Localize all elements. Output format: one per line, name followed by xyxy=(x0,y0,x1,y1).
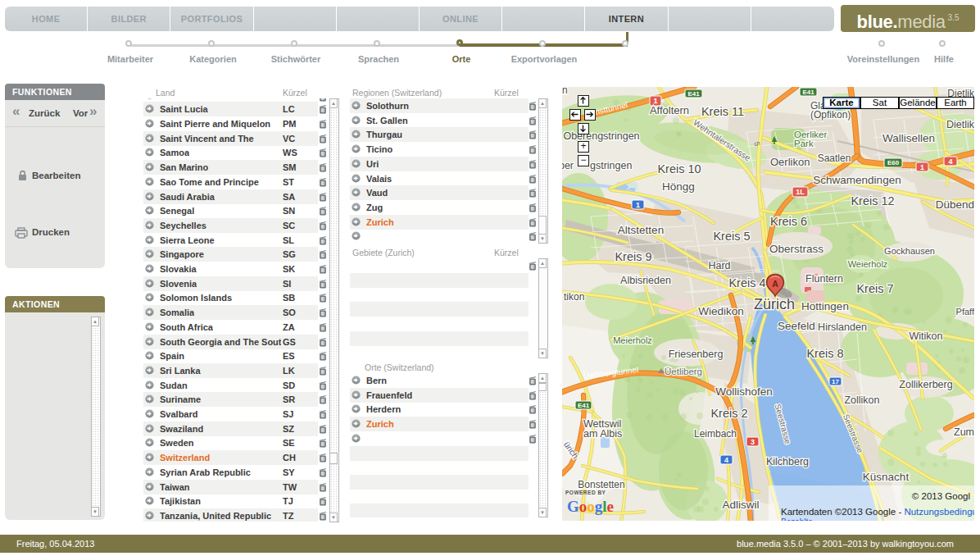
svg-text:Kreis 11: Kreis 11 xyxy=(701,105,744,118)
svg-text:Kreis 9: Kreis 9 xyxy=(615,250,651,263)
svg-text:Albisrieden: Albisrieden xyxy=(620,275,671,286)
svg-text:E60: E60 xyxy=(887,159,900,166)
svg-text:(Opfikon): (Opfikon) xyxy=(810,109,851,121)
svg-text:Zollikon: Zollikon xyxy=(844,394,879,406)
svg-text:Küsnacht: Küsnacht xyxy=(863,471,910,483)
svg-text:Witikon: Witikon xyxy=(910,330,943,342)
svg-text:Wallisellen: Wallisellen xyxy=(882,132,935,144)
svg-text:E41: E41 xyxy=(802,89,814,96)
svg-text:Friesenberg: Friesenberg xyxy=(669,349,724,360)
svg-text:E41: E41 xyxy=(578,402,590,409)
svg-text:Park: Park xyxy=(794,139,814,148)
svg-text:Fluntern: Fluntern xyxy=(805,273,843,285)
svg-text:Kreis 7: Kreis 7 xyxy=(856,282,893,295)
svg-text:Hottingen: Hottingen xyxy=(801,300,849,312)
svg-text:Kreis 4: Kreis 4 xyxy=(728,276,765,289)
svg-text:Gockhausen: Gockhausen xyxy=(884,246,935,256)
svg-text:Wiedikon: Wiedikon xyxy=(698,305,744,317)
svg-text:Dietlik: Dietlik xyxy=(946,119,974,130)
svg-text:Oberstrass: Oberstrass xyxy=(769,243,823,255)
svg-text:Kreis 2: Kreis 2 xyxy=(710,407,747,420)
svg-text:Zum: Zum xyxy=(954,426,974,438)
svg-text:Kreis 12: Kreis 12 xyxy=(851,194,894,207)
svg-text:Weierholz: Weierholz xyxy=(848,259,888,269)
svg-text:Kreis 6: Kreis 6 xyxy=(770,215,807,228)
svg-text:POWERED BY: POWERED BY xyxy=(565,490,606,495)
svg-text:Kreis 5: Kreis 5 xyxy=(713,230,750,243)
svg-text:Hard: Hard xyxy=(708,260,730,271)
svg-text:Zürich: Zürich xyxy=(754,296,795,312)
svg-text:tikon: tikon xyxy=(564,291,584,303)
svg-text:Seefeld: Seefeld xyxy=(778,320,815,332)
svg-text:Oberengstringen: Oberengstringen xyxy=(563,130,639,142)
svg-text:n: n xyxy=(562,87,568,96)
svg-text:Pfaff: Pfaff xyxy=(956,307,974,317)
svg-text:Adliswil: Adliswil xyxy=(722,499,759,511)
svg-text:1L: 1L xyxy=(796,188,805,196)
svg-text:Kreis 10: Kreis 10 xyxy=(657,162,701,175)
svg-text:4: 4 xyxy=(724,456,728,464)
svg-text:Kartendaten ©2013 Google - Nut: Kartendaten ©2013 Google - Nutzungsbedin… xyxy=(781,507,974,517)
svg-text:Meierholz: Meierholz xyxy=(613,335,652,345)
svg-text:Kreis 8: Kreis 8 xyxy=(806,347,843,360)
svg-text:Ober: Ober xyxy=(562,160,574,171)
svg-text:Saatlen: Saatlen xyxy=(818,153,851,164)
svg-text:Zollikerberg: Zollikerberg xyxy=(899,379,952,390)
svg-text:Oerlikon: Oerlikon xyxy=(770,156,810,168)
svg-text:Bonstetten: Bonstetten xyxy=(578,479,624,490)
svg-text:© 2013 Googl: © 2013 Googl xyxy=(912,491,970,501)
svg-text:1: 1 xyxy=(636,201,640,209)
svg-text:Hirslanden: Hirslanden xyxy=(818,321,867,333)
svg-text:Google: Google xyxy=(567,498,614,515)
svg-text:Leimbach: Leimbach xyxy=(694,428,737,440)
svg-text:1: 1 xyxy=(920,163,924,171)
svg-text:am Albis: am Albis xyxy=(583,428,622,440)
svg-text:Dübend: Dübend xyxy=(936,198,974,211)
svg-text:Altstetten: Altstetten xyxy=(618,224,664,236)
svg-text:3: 3 xyxy=(751,438,755,446)
svg-text:E41: E41 xyxy=(687,90,700,98)
svg-text:Affoltern: Affoltern xyxy=(650,104,689,116)
svg-text:Höngg: Höngg xyxy=(662,180,695,193)
svg-text:Schwamendingen: Schwamendingen xyxy=(813,174,901,186)
svg-text:17: 17 xyxy=(832,378,839,385)
svg-text:Bezahlte: Bezahlte xyxy=(781,517,813,521)
svg-text:A: A xyxy=(772,279,778,289)
svg-text:Kilchberg: Kilchberg xyxy=(766,456,809,467)
svg-text:Üetliberg: Üetliberg xyxy=(665,367,702,376)
svg-text:4: 4 xyxy=(948,157,952,166)
svg-text:gstringen: gstringen xyxy=(590,160,632,171)
svg-text:Wollishofen: Wollishofen xyxy=(715,385,773,398)
